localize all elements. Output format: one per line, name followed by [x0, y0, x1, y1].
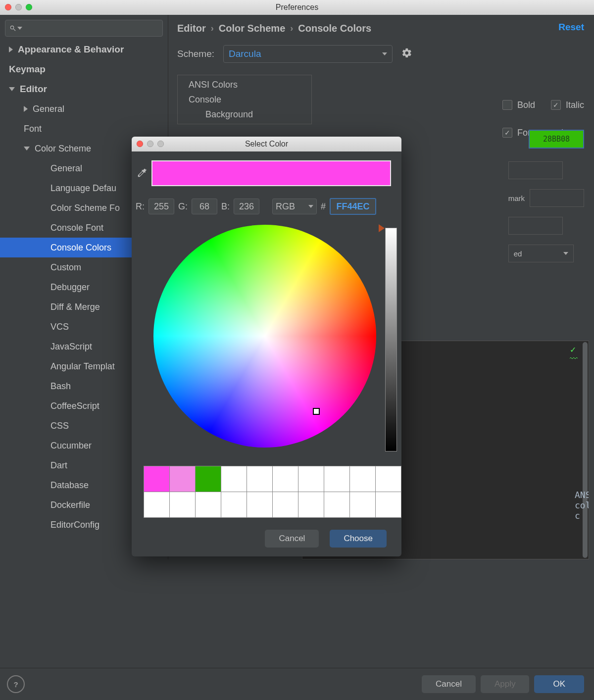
sidebar-item-label: Cucumber [50, 441, 92, 451]
color-options-tree: ANSI Colors Console Background [177, 75, 312, 124]
sidebar-item-label: CSS [50, 421, 69, 431]
sidebar-item-label: VCS [50, 322, 69, 332]
sidebar-item-label: JavaScript [50, 342, 92, 352]
chevron-down-icon [382, 52, 387, 55]
sidebar-item-label: Database [50, 480, 89, 491]
color-wheel[interactable] [153, 225, 376, 448]
hex-input[interactable]: FF44EC [330, 198, 376, 215]
colorpicker-cancel-button[interactable]: Cancel [265, 530, 319, 548]
r-input[interactable]: 255 [148, 199, 174, 214]
color-preset-cell[interactable] [144, 466, 170, 492]
color-preset-cell[interactable] [196, 466, 221, 492]
color-preset-grid [144, 466, 401, 518]
sidebar-item-label: Font [24, 124, 42, 134]
breadcrumb-part[interactable]: Color Scheme [219, 23, 285, 34]
color-preset-cell[interactable] [376, 492, 401, 518]
foreground-color-swatch[interactable]: 28BB08 [529, 130, 584, 149]
color-preset-cell[interactable] [196, 492, 221, 518]
sidebar-item-label: Editor [20, 84, 47, 95]
color-preset-cell[interactable] [350, 466, 376, 492]
minimize-dialog-icon [147, 141, 153, 147]
bold-label: Bold [517, 100, 535, 110]
sidebar-item-label: Color Scheme Fo [50, 203, 120, 213]
window-title: Preferences [276, 3, 318, 12]
scheme-select[interactable]: Darcula [223, 45, 393, 63]
color-swatch[interactable] [508, 161, 563, 179]
search-input[interactable] [5, 20, 163, 37]
selected-color-preview [151, 160, 391, 186]
sidebar-item-keymap[interactable]: Keymap [0, 59, 168, 79]
color-preset-cell[interactable] [247, 492, 273, 518]
g-input[interactable]: 68 [192, 199, 217, 214]
b-input[interactable]: 236 [234, 199, 259, 214]
inspection-ok-icon[interactable]: ✓〰 [570, 345, 578, 363]
sidebar-item-label: Bash [50, 381, 71, 392]
color-preset-cell[interactable] [221, 492, 247, 518]
effect-type-select[interactable]: ed [508, 245, 574, 262]
select-color-dialog: Select Color R: 255 G: 68 B: 236 RGB # F… [132, 137, 401, 556]
breadcrumb-part[interactable]: Console Colors [298, 23, 371, 34]
bold-checkbox[interactable] [502, 100, 512, 110]
color-preset-cell[interactable] [170, 466, 196, 492]
color-preset-cell[interactable] [273, 466, 298, 492]
chevron-down-icon [24, 147, 30, 150]
zoom-window-icon[interactable] [26, 4, 32, 10]
foreground-checkbox[interactable]: ✓ [502, 128, 512, 138]
close-dialog-icon[interactable] [137, 141, 143, 147]
color-preset-cell[interactable] [144, 492, 170, 518]
sidebar-item-general[interactable]: General [0, 99, 168, 119]
errorstripe-label: mark [508, 194, 525, 202]
color-wheel-cursor[interactable] [313, 408, 320, 415]
color-preset-cell[interactable] [247, 466, 273, 492]
chevron-down-icon [308, 205, 313, 208]
window-controls [5, 4, 32, 10]
color-mode-select[interactable]: RGB [272, 199, 317, 214]
brightness-slider[interactable] [385, 228, 397, 451]
chevron-right-icon [24, 106, 28, 112]
minimize-window-icon[interactable] [15, 4, 22, 10]
sidebar-item-editor[interactable]: Editor [0, 79, 168, 99]
ok-button[interactable]: OK [534, 675, 584, 693]
close-window-icon[interactable] [5, 4, 11, 10]
sidebar-item-appearancethese-behavior[interactable]: Appearance & Behavior [0, 40, 168, 59]
preferences-titlebar: Preferences [0, 0, 594, 15]
eyedropper-icon[interactable] [137, 167, 148, 178]
sidebar-item-label: General [50, 163, 82, 174]
apply-button[interactable]: Apply [481, 675, 530, 693]
color-preset-cell[interactable] [376, 466, 401, 492]
tree-item-console[interactable]: Console [178, 92, 311, 107]
color-preset-cell[interactable] [298, 466, 324, 492]
colorpicker-choose-button[interactable]: Choose [330, 530, 387, 548]
color-preset-cell[interactable] [298, 492, 324, 518]
sidebar-item-label: CoffeeScript [50, 401, 99, 411]
hash-label: # [321, 201, 326, 212]
gear-icon[interactable] [401, 48, 412, 61]
color-preset-cell[interactable] [273, 492, 298, 518]
color-preset-cell[interactable] [324, 492, 350, 518]
sidebar-item-font[interactable]: Font [0, 119, 168, 139]
sidebar-item-label: Language Defau [50, 183, 116, 194]
color-preset-cell[interactable] [324, 466, 350, 492]
dialog-button-bar: ? Cancel Apply OK [0, 668, 594, 700]
color-swatch[interactable] [530, 189, 584, 207]
chevron-right-icon [9, 47, 13, 52]
breadcrumb-part[interactable]: Editor [177, 23, 206, 34]
color-preset-cell[interactable] [170, 492, 196, 518]
r-label: R: [136, 201, 145, 212]
reset-link[interactable]: Reset [558, 22, 584, 33]
sidebar-item-label: Diff & Merge [50, 302, 100, 312]
cancel-button[interactable]: Cancel [422, 675, 476, 693]
color-preset-cell[interactable] [221, 466, 247, 492]
color-swatch[interactable] [508, 217, 563, 235]
color-preset-cell[interactable] [350, 492, 376, 518]
tree-item-background[interactable]: Background [178, 107, 311, 122]
dialog-title: Select Color [245, 140, 288, 149]
sidebar-item-label: Custom [50, 262, 81, 273]
scrollbar[interactable] [583, 342, 588, 558]
italic-checkbox[interactable]: ✓ [551, 100, 561, 110]
search-dropdown-icon[interactable] [17, 27, 22, 30]
b-label: B: [221, 201, 230, 212]
brightness-marker-icon[interactable] [379, 224, 385, 232]
help-button[interactable]: ? [7, 675, 25, 693]
tree-item-ansi-colors[interactable]: ANSI Colors [178, 77, 311, 92]
